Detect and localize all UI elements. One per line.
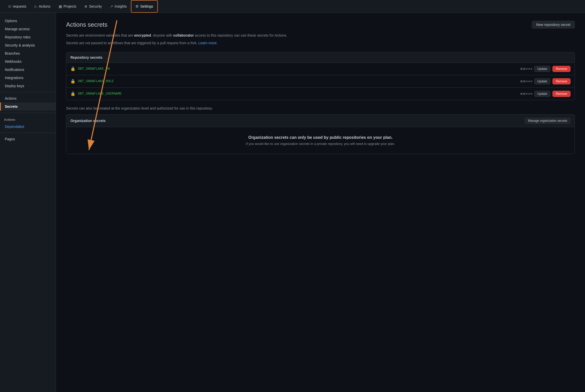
organization-secrets-box: Organization secrets Manage organization…: [66, 114, 575, 154]
nav-item-insights[interactable]: ↗ Insights: [106, 0, 131, 13]
org-note: Secrets can also be created at the organ…: [66, 106, 575, 110]
dot: [523, 93, 525, 95]
sidebar-item-webhooks[interactable]: Webhooks: [0, 57, 56, 66]
secret-actions-0: Update Remove: [520, 66, 571, 72]
dot: [520, 68, 522, 70]
dot: [528, 68, 530, 70]
top-nav: ⊙ requests ▷ Actions ▦ Projects ⊕ Securi…: [0, 0, 585, 13]
settings-icon: ⚙: [135, 4, 139, 8]
dot: [528, 93, 530, 95]
org-secrets-body-subtitle: If you would like to use organization se…: [72, 142, 568, 146]
dot: [523, 80, 525, 82]
update-button-0[interactable]: Update: [534, 66, 551, 72]
secret-row-1: 🔒 DBT_SNOWFLAKE_ROLE Update Remove: [66, 75, 575, 88]
sidebar-divider-3: [0, 133, 56, 133]
layout: Options Manage access Repository roles S…: [0, 13, 585, 392]
sidebar-item-dependabot[interactable]: Dependabot: [0, 123, 56, 131]
dots-group-0: [520, 68, 532, 70]
sidebar-item-branches[interactable]: Branches: [0, 49, 56, 57]
new-repository-secret-button[interactable]: New repository secret: [532, 21, 575, 28]
dots-group-2: [520, 93, 532, 95]
projects-icon: ▦: [59, 4, 62, 8]
encrypted-bold: encrypted: [134, 33, 151, 37]
dot: [528, 81, 530, 82]
sidebar-item-pages[interactable]: Pages: [0, 135, 56, 143]
dot: [531, 68, 532, 70]
repository-secrets-box: Repository secrets 🔒 DBT_SNOWFLAKE_PW Up…: [66, 52, 575, 100]
sidebar-item-notifications[interactable]: Notifications: [0, 66, 56, 74]
nav-item-pull-requests[interactable]: ⊙ requests: [4, 0, 30, 13]
dot: [531, 93, 532, 95]
sidebar-actions-section-label: Actions: [0, 115, 56, 123]
sidebar-item-options[interactable]: Options: [0, 17, 56, 25]
dot: [523, 68, 525, 70]
description-period: .: [217, 41, 218, 45]
sidebar-item-deploy-keys[interactable]: Deploy keys: [0, 82, 56, 90]
sidebar-item-manage-access[interactable]: Manage access: [0, 25, 56, 33]
org-secrets-body: Organization secrets can only be used by…: [66, 127, 575, 154]
lock-icon-0: 🔒: [70, 66, 75, 71]
page-header: Actions secrets New repository secret: [66, 21, 575, 28]
dot: [526, 93, 528, 95]
secret-name-1: DBT_SNOWFLAKE_ROLE: [78, 79, 520, 83]
update-button-1[interactable]: Update: [534, 78, 551, 84]
page-title: Actions secrets: [66, 21, 107, 28]
description-line2: Secrets are not passed to workflows that…: [66, 40, 575, 46]
insights-icon: ↗: [110, 4, 113, 8]
org-secrets-header: Organization secrets Manage organization…: [66, 115, 575, 127]
sidebar-item-repository-roles[interactable]: Repository roles: [0, 33, 56, 41]
nav-item-settings[interactable]: ⚙ Settings: [131, 0, 158, 13]
secret-actions-1: Update Remove: [520, 78, 571, 84]
security-icon: ⊕: [84, 4, 87, 8]
remove-button-0[interactable]: Remove: [552, 66, 571, 72]
sidebar-item-integrations[interactable]: Integrations: [0, 74, 56, 82]
collaborator-bold: collaborator: [173, 33, 194, 37]
remove-button-2[interactable]: Remove: [552, 91, 571, 97]
lock-icon-2: 🔒: [70, 91, 75, 96]
main-content: Actions secrets New repository secret Se…: [56, 13, 585, 392]
dot: [526, 81, 528, 82]
nav-item-projects[interactable]: ▦ Projects: [55, 0, 81, 13]
dot: [526, 68, 528, 70]
org-secrets-title: Organization secrets: [70, 119, 106, 123]
dots-group-1: [520, 80, 532, 82]
secret-name-0: DBT_SNOWFLAKE_PW: [78, 67, 520, 71]
sidebar-item-secrets[interactable]: Secrets: [0, 102, 56, 111]
sidebar-divider: [0, 92, 56, 92]
sidebar: Options Manage access Repository roles S…: [0, 13, 56, 392]
lock-icon-1: 🔒: [70, 79, 75, 84]
secret-name-2: DBT_SNOWFLAKE_USERNAME: [78, 92, 520, 96]
secret-actions-2: Update Remove: [520, 91, 571, 97]
nav-item-security[interactable]: ⊕ Security: [80, 0, 106, 13]
org-secrets-body-title: Organization secrets can only be used by…: [72, 135, 568, 140]
description-line2-text: Secrets are not passed to workflows that…: [66, 41, 198, 45]
sidebar-divider-2: [0, 113, 56, 113]
nav-item-actions[interactable]: ▷ Actions: [30, 0, 55, 13]
dot: [520, 80, 522, 82]
update-button-2[interactable]: Update: [534, 91, 551, 97]
sidebar-item-security-analysis[interactable]: Security & analysis: [0, 41, 56, 49]
description-line1: Secrets are environment variables that a…: [66, 33, 575, 38]
actions-icon: ▷: [35, 4, 37, 8]
remove-button-1[interactable]: Remove: [552, 78, 571, 84]
dot: [531, 81, 532, 82]
secret-row-0: 🔒 DBT_SNOWFLAKE_PW Update Remove: [66, 63, 575, 75]
dot: [520, 93, 522, 95]
repository-secrets-header: Repository secrets: [66, 52, 575, 63]
manage-org-secrets-button[interactable]: Manage organization secrets: [525, 118, 571, 124]
sidebar-item-actions[interactable]: Actions: [0, 94, 56, 102]
learn-more-link[interactable]: Learn more: [198, 41, 217, 45]
pull-request-icon: ⊙: [8, 4, 11, 8]
secret-row-2: 🔒 DBT_SNOWFLAKE_USERNAME Update Remove: [66, 88, 575, 100]
